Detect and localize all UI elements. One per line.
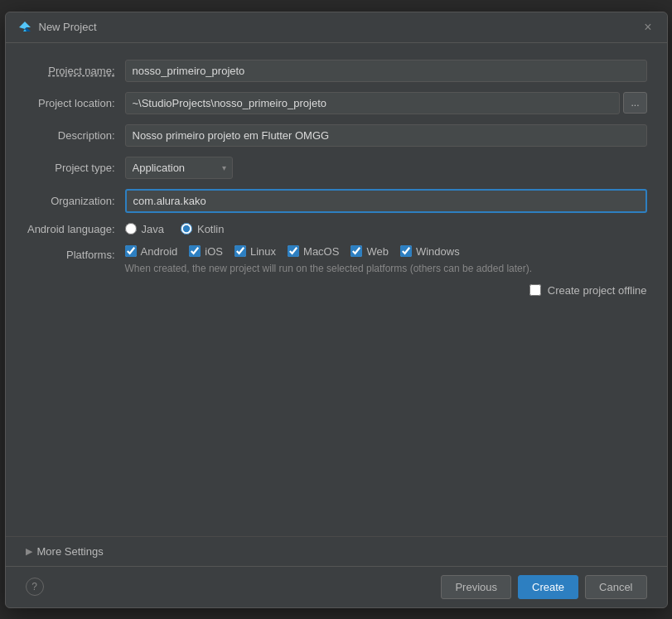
linux-checkbox-item[interactable]: Linux bbox=[234, 245, 276, 258]
project-name-input[interactable] bbox=[125, 60, 647, 82]
platforms-row: Platforms: Android iOS Linux bbox=[26, 245, 647, 274]
organization-row: Organization: bbox=[26, 189, 647, 213]
windows-label: Windows bbox=[416, 245, 460, 258]
footer-actions: Previous Create Cancel bbox=[441, 575, 646, 599]
help-button[interactable]: ? bbox=[26, 578, 44, 596]
ios-label: iOS bbox=[205, 245, 223, 258]
platforms-label: Platforms: bbox=[26, 245, 125, 261]
svg-marker-0 bbox=[19, 22, 31, 29]
project-location-row: Project location: ... bbox=[26, 92, 647, 114]
platforms-checkbox-row: Android iOS Linux MacOS bbox=[125, 245, 647, 258]
android-language-label: Android language: bbox=[26, 223, 125, 235]
ios-checkbox-item[interactable]: iOS bbox=[189, 245, 223, 258]
create-button[interactable]: Create bbox=[518, 575, 578, 599]
android-label: Android bbox=[141, 245, 178, 258]
close-button[interactable]: × bbox=[641, 19, 655, 36]
android-language-row: Android language: Java Kotlin bbox=[26, 223, 647, 235]
android-checkbox-item[interactable]: Android bbox=[125, 245, 178, 258]
more-settings-label: More Settings bbox=[37, 545, 104, 558]
ios-checkbox[interactable] bbox=[189, 245, 201, 257]
project-type-row: Project type: Application Plugin Package… bbox=[26, 157, 647, 179]
web-checkbox-item[interactable]: Web bbox=[351, 245, 389, 258]
empty-area bbox=[26, 297, 647, 479]
kotlin-label: Kotlin bbox=[197, 223, 225, 235]
java-radio[interactable] bbox=[125, 223, 137, 235]
windows-checkbox[interactable] bbox=[400, 245, 412, 257]
java-radio-item[interactable]: Java bbox=[125, 223, 164, 235]
macos-label: MacOS bbox=[303, 245, 339, 258]
description-row: Description: bbox=[26, 124, 647, 147]
location-row: ... bbox=[125, 92, 647, 114]
macos-checkbox-item[interactable]: MacOS bbox=[288, 245, 339, 258]
project-location-label: Project location: bbox=[26, 97, 125, 109]
web-label: Web bbox=[366, 245, 389, 258]
web-checkbox[interactable] bbox=[351, 245, 362, 257]
macos-checkbox[interactable] bbox=[288, 245, 299, 257]
kotlin-radio-item[interactable]: Kotlin bbox=[181, 223, 225, 235]
organization-input[interactable] bbox=[125, 189, 647, 213]
flutter-icon bbox=[17, 20, 32, 35]
organization-label: Organization: bbox=[26, 195, 125, 207]
project-name-row: Project name: bbox=[26, 60, 647, 82]
create-offline-label: Create project offline bbox=[548, 284, 647, 297]
browse-button[interactable]: ... bbox=[623, 92, 646, 114]
title-bar: New Project × bbox=[6, 12, 667, 43]
dialog-footer: ? Previous Create Cancel bbox=[6, 566, 667, 607]
dialog-body: Project name: Project location: ... Desc… bbox=[6, 43, 667, 536]
create-offline-checkbox[interactable] bbox=[529, 284, 541, 296]
project-type-label: Project type: bbox=[26, 162, 125, 174]
cancel-button[interactable]: Cancel bbox=[585, 575, 646, 599]
description-input[interactable] bbox=[125, 124, 647, 147]
java-label: Java bbox=[142, 223, 164, 235]
project-type-dropdown-wrap: Application Plugin Package Module ▾ bbox=[125, 157, 233, 179]
linux-checkbox[interactable] bbox=[234, 245, 246, 257]
previous-button[interactable]: Previous bbox=[441, 575, 511, 599]
project-location-input[interactable] bbox=[125, 92, 621, 114]
project-name-label: Project name: bbox=[26, 65, 125, 77]
new-project-dialog: New Project × Project name: Project loca… bbox=[5, 12, 668, 608]
dialog-title: New Project bbox=[39, 21, 97, 33]
platforms-hint: When created, the new project will run o… bbox=[125, 263, 647, 274]
project-type-select[interactable]: Application Plugin Package Module bbox=[125, 157, 233, 179]
more-settings-section[interactable]: ▶ More Settings bbox=[6, 536, 667, 566]
android-checkbox[interactable] bbox=[125, 245, 137, 257]
more-settings-arrow-icon: ▶ bbox=[26, 546, 32, 557]
description-label: Description: bbox=[26, 129, 125, 142]
title-bar-left: New Project bbox=[17, 20, 97, 35]
create-offline-row: Create project offline bbox=[26, 284, 647, 297]
kotlin-radio[interactable] bbox=[181, 223, 192, 235]
windows-checkbox-item[interactable]: Windows bbox=[400, 245, 460, 258]
linux-label: Linux bbox=[250, 245, 276, 258]
platforms-col: Android iOS Linux MacOS bbox=[125, 245, 647, 274]
android-language-radio-group: Java Kotlin bbox=[125, 223, 647, 235]
